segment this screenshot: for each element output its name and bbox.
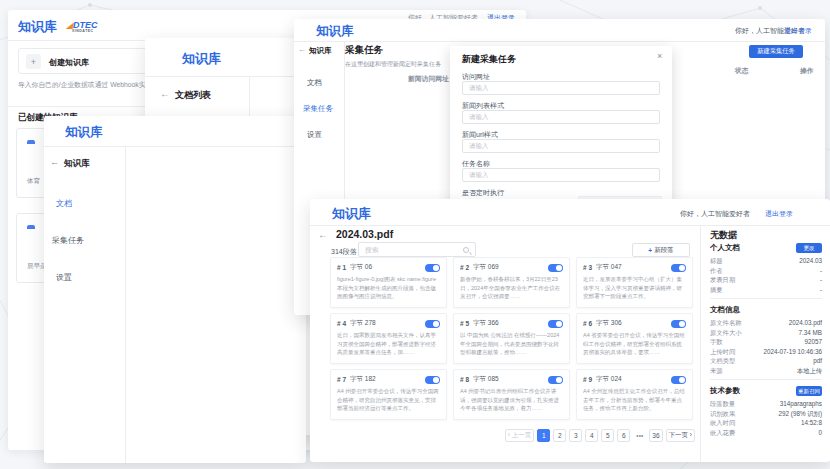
metadata-value: 7.34 MB (799, 329, 822, 338)
search-placeholder: 搜索 (365, 245, 379, 255)
url-style-input[interactable]: 请输入 (462, 139, 660, 153)
metadata-row: 标题2024.03 (710, 257, 822, 266)
sidebar-item-docs[interactable]: 文档 (307, 78, 322, 88)
paragraph-card[interactable]: # 5字节 366以 中国为民 公民法治 在线预行——2024年全国两会期间，代… (453, 313, 570, 364)
pagination-page-button[interactable]: 1 (537, 429, 550, 442)
pagination-page-button[interactable]: 4 (585, 429, 598, 442)
paragraph-card[interactable]: # 6字节 306A4 省委常委会召开会议，传达学习全国组织工作会议精神，研究部… (576, 313, 693, 364)
app-logo: 知识库 (182, 50, 221, 68)
paragraph-tag: 字节 085 (473, 375, 544, 384)
paragraph-count: 314段落 (331, 247, 357, 257)
paragraph-text: A4 省委常委会召开会议，传达学习全国组织工作会议精神，研究部署全省组织系统贯彻… (583, 331, 686, 357)
section-action-button[interactable]: 更改 (796, 243, 822, 253)
kb-nav-title: 知识库 (64, 158, 90, 170)
metadata-label: 段落数量 (710, 400, 735, 409)
url-input[interactable]: 请输入 (462, 81, 660, 95)
paragraph-card[interactable]: # 7字节 182A4 州委召开常委会会议，传达学习全国两会精神，研究自治州贯彻… (330, 369, 447, 420)
column-header-status: 状态 (735, 66, 749, 76)
metadata-row: 原文件大小7.34 MB (710, 329, 822, 338)
kb-card-name: 体育 (27, 177, 40, 186)
page-subtitle: 在这里创建和管理新闻定时采集任务 (345, 60, 441, 69)
sidebar-item-tasks[interactable]: 采集任务 (52, 235, 84, 246)
paragraph-index: # 5 (460, 320, 469, 327)
new-task-modal: 新建采集任务 × 访问网址 请输入 新闻列表样式 请输入 新闻url样式 请输入… (450, 46, 672, 222)
metadata-label: 作者 (710, 267, 723, 276)
back-icon[interactable]: ← (298, 45, 306, 54)
paragraph-card[interactable]: # 8字节 085A4 州委书记出席全州组织工作会议并讲话，强调要以党的建设为引… (453, 369, 570, 420)
paragraph-tag: 字节 069 (473, 263, 544, 272)
pagination-next-button[interactable]: 下一页 › (666, 429, 695, 442)
divider (710, 298, 822, 299)
pagination-ellipsis: ••• (633, 429, 646, 442)
task-name-input[interactable]: 请输入 (462, 168, 660, 182)
pagination: ‹ 上一页123456•••36下一页 › (440, 429, 695, 443)
metadata-label: 文档类型 (710, 357, 735, 366)
metadata-value: 2024.03 (799, 257, 822, 266)
input-placeholder: 请输入 (469, 142, 489, 151)
sidebar-item-tasks[interactable]: 采集任务 (303, 104, 333, 114)
logout-link[interactable]: 退出登录 (765, 209, 793, 219)
add-paragraph-button[interactable]: + 新段落 (632, 243, 690, 257)
paragraph-index: # 4 (337, 320, 346, 327)
input-placeholder: 请输入 (469, 171, 489, 180)
sidebar-item-settings[interactable]: 设置 (56, 272, 72, 283)
section-action-button[interactable]: 重新召回 (796, 386, 822, 396)
paragraph-card[interactable]: # 2字节 069新春伊始，春耕备耕以来，3月22日至23日，2024年全国春季… (453, 257, 570, 308)
paragraph-text: figure1-figure-0.jpg|图表 skc name:figure … (337, 275, 440, 301)
metadata-label: 识别效果 (710, 410, 735, 419)
brand-tagline: XINDATEC (72, 29, 94, 33)
paragraph-enable-toggle[interactable] (548, 320, 563, 328)
paragraph-tag: 字节 278 (350, 319, 421, 328)
paragraph-enable-toggle[interactable] (671, 376, 686, 384)
desktop-canvas: 知识库 ◢DTEC XINDATEC 你好，人工智能爱好者 退出登录 + 创建知… (0, 0, 830, 469)
paragraph-card[interactable]: # 3字节 047近日，发展改革委学习中心组（扩大）集体学习，深入学习贯彻重要讲… (576, 257, 693, 308)
metadata-row: 作者- (710, 267, 822, 276)
paragraph-enable-toggle[interactable] (548, 376, 563, 384)
new-task-button[interactable]: 新建采集任务 (749, 45, 803, 58)
pagination-page-button[interactable]: 5 (601, 429, 614, 442)
back-icon[interactable]: ← (318, 229, 328, 240)
back-icon[interactable]: ← (50, 157, 59, 167)
metadata-label: 原文件大小 (710, 329, 741, 338)
kb-nav-card: 知识库 ← 知识库 文档 采集任务 设置 (44, 116, 306, 463)
pagination-page-button[interactable]: 36 (649, 429, 662, 442)
nav-back-label[interactable]: 知识库 (309, 46, 332, 56)
metadata-row: 嵌入花费0 (710, 429, 822, 438)
paragraph-card[interactable]: # 1字节 06figure1-figure-0.jpg|图表 skc name… (330, 257, 447, 308)
paragraph-enable-toggle[interactable] (548, 264, 563, 272)
search-input[interactable]: 搜索 (358, 242, 476, 257)
pagination-page-button[interactable]: 6 (617, 429, 630, 442)
metadata-row: 嵌入时间14:52:8 (710, 419, 822, 428)
metadata-label: 原文件名称 (710, 319, 741, 328)
paragraph-card[interactable]: # 9字节 024A4 全州宣传思想文化工作会议召开，总结去年工作，分析当前形势… (576, 369, 693, 420)
paragraph-tag: 字节 306 (596, 319, 667, 328)
paragraph-enable-toggle[interactable] (425, 264, 440, 272)
back-icon[interactable]: ← (160, 88, 170, 99)
paragraph-tag: 字节 366 (473, 319, 544, 328)
app-logo: 知识库 (65, 124, 103, 141)
sidebar-item-settings[interactable]: 设置 (307, 130, 322, 140)
close-icon[interactable]: × (657, 51, 662, 61)
metadata-value: 314paragraphs (780, 400, 822, 409)
metadata-value: - (820, 267, 822, 276)
paragraph-tag: 字节 024 (596, 375, 667, 384)
paragraph-text: 以 中国为民 公民法治 在线预行——2024年全国两会期间，代表委员围绕数字化转… (460, 331, 563, 357)
greeting-text: 你好，人工智能爱好者 (680, 209, 750, 219)
paragraph-card[interactable]: # 4字节 278近日，国家数据局发布相关文件，认真学习贯彻全国两会精神，部署推… (330, 313, 447, 364)
input-placeholder: 请输入 (469, 113, 489, 122)
pagination-prev-button: ‹ 上一页 (505, 429, 534, 442)
logout-link[interactable]: 退出登录 (784, 26, 812, 36)
sidebar-item-docs[interactable]: 文档 (56, 198, 72, 209)
list-style-input[interactable]: 请输入 (462, 110, 660, 124)
paragraph-enable-toggle[interactable] (425, 376, 440, 384)
paragraph-enable-toggle[interactable] (425, 320, 440, 328)
app-logo: 知识库 (332, 205, 371, 223)
pagination-page-button[interactable]: 2 (553, 429, 566, 442)
paragraph-enable-toggle[interactable] (671, 264, 686, 272)
pagination-page-button[interactable]: 3 (569, 429, 582, 442)
paragraph-grid: # 1字节 06figure1-figure-0.jpg|图表 skc name… (330, 257, 696, 423)
metadata-empty-label: 无数据 (710, 229, 737, 242)
paragraph-index: # 6 (583, 320, 592, 327)
paragraph-enable-toggle[interactable] (671, 320, 686, 328)
metadata-label: 嵌入时间 (710, 419, 735, 428)
